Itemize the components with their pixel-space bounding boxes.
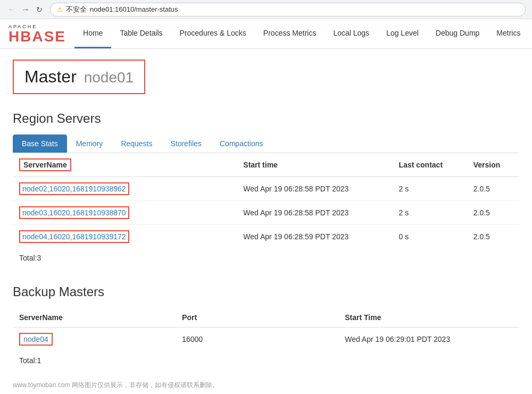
security-label: 不安全 [66,5,87,14]
region-servers-title: Region Servers [13,111,519,126]
col-version: Version [467,153,519,177]
region-servers-section: Region Servers Base Stats Memory Request… [13,111,519,267]
start-time-cell: Wed Apr 19 06:28:58 PDT 2023 [237,177,392,201]
version-cell: 2.0.5 [467,225,519,249]
security-icon: ⚠ [57,6,63,13]
url-text: node01:16010/master-status [90,5,178,13]
region-servers-table-wrapper: ServerName Start time Last contact Versi… [13,153,519,267]
table-row: node03,16020,1681910938870 Wed Apr 19 06… [13,201,519,225]
tab-storefiles[interactable]: Storefiles [161,135,210,153]
region-servers-total: Total:3 [13,248,519,267]
nav-procedures-locks[interactable]: Procedures & Locks [171,19,255,48]
tab-compactions[interactable]: Compactions [211,135,272,153]
col-last-contact: Last contact [393,153,467,177]
server-name-cell: node03,16020,1681910938870 [13,201,237,225]
start-time-cell: Wed Apr 19 06:28:58 PDT 2023 [237,201,392,225]
nav-log-level[interactable]: Log Level [378,19,427,48]
master-host: node01 [84,69,134,86]
reload-button[interactable]: ↻ [34,4,45,15]
logo-area: APACHE HBASE [0,19,74,48]
nav-process-metrics[interactable]: Process Metrics [255,19,325,48]
backup-col-port: Port [176,308,338,328]
last-contact-cell: 2 s [393,201,467,225]
col-server-name: ServerName [13,153,237,177]
nav-table-details[interactable]: Table Details [111,19,171,48]
browser-nav-buttons: ← → ↻ [6,4,45,15]
version-cell: 2.0.5 [467,201,519,225]
page-content: Master node01 Region Servers Base Stats … [0,49,532,394]
server-name-cell: node04,16020,1681910939172 [13,225,237,249]
address-bar[interactable]: ⚠ 不安全 node01:16010/master-status [50,3,526,16]
logo-hbase-text: HBASE [9,29,66,44]
backup-masters-table: ServerName Port Start Time node04 16000 … [13,308,519,351]
logo: APACHE HBASE [9,24,66,44]
tab-memory[interactable]: Memory [67,135,112,153]
backup-port-cell: 16000 [176,328,338,351]
table-row: node04 16000 Wed Apr 19 06:29:01 PDT 202… [13,328,519,351]
col-start-time: Start time [237,153,392,177]
forward-button[interactable]: → [20,4,31,15]
backup-col-start-time: Start Time [338,308,519,328]
browser-chrome: ← → ↻ ⚠ 不安全 node01:16010/master-status [0,0,532,19]
server-link-node04[interactable]: node04,16020,1681910939172 [22,232,126,241]
backup-start-time-cell: Wed Apr 19 06:29:01 PDT 2023 [338,328,519,351]
back-button[interactable]: ← [6,4,17,15]
region-servers-tabs: Base Stats Memory Requests Storefiles Co… [13,135,519,153]
backup-server-link-node04[interactable]: node04 [23,335,48,343]
nav-home[interactable]: Home [74,19,111,48]
backup-col-server-name: ServerName [13,308,176,328]
tab-base-stats[interactable]: Base Stats [13,135,67,153]
backup-masters-total: Total:1 [13,351,519,370]
master-box: Master node01 [13,60,145,94]
nav-links: Home Table Details Procedures & Locks Pr… [74,19,529,48]
table-row: node02,16020,1681910938962 Wed Apr 19 06… [13,177,519,201]
last-contact-cell: 2 s [393,177,467,201]
table-row: node04,16020,1681910939172 Wed Apr 19 06… [13,225,519,249]
backup-node-box: node04 [19,333,53,346]
master-label: Master [24,67,77,86]
server-link-node03[interactable]: node03,16020,1681910938870 [22,208,126,217]
nav-bar: APACHE HBASE Home Table Details Procedur… [0,19,532,49]
server-name-cell: node02,16020,1681910938962 [13,177,237,201]
server-link-node02[interactable]: node02,16020,1681910938962 [22,185,126,193]
last-contact-cell: 0 s [393,225,467,249]
footer: www.toymoban.com 网络图片仅供展示，非存储，如有侵权请联系删除。 [13,381,519,390]
backup-masters-title: Backup Masters [13,284,519,299]
tab-requests[interactable]: Requests [112,135,161,153]
backup-server-name-cell: node04 [13,328,176,351]
nav-local-logs[interactable]: Local Logs [325,19,378,48]
backup-masters-section: Backup Masters ServerName Port Start Tim… [13,284,519,370]
start-time-cell: Wed Apr 19 06:28:59 PDT 2023 [237,225,392,249]
region-servers-table: ServerName Start time Last contact Versi… [13,153,519,248]
nav-debug-dump[interactable]: Debug Dump [427,19,488,48]
nav-metrics[interactable]: Metrics [488,19,529,48]
version-cell: 2.0.5 [467,177,519,201]
